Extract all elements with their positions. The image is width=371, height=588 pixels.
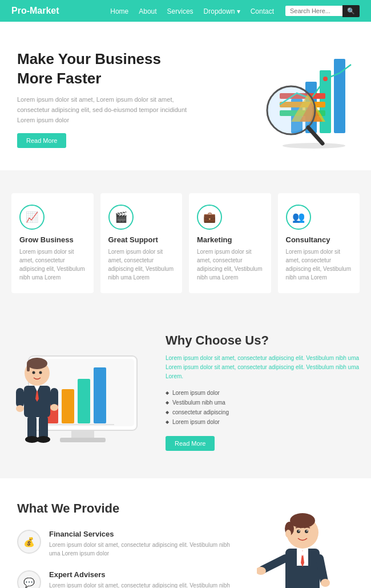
why-list-item: consectetur adipiscing	[166, 407, 360, 417]
feature-consultancy-desc: Lorem ipsum dolor sit amet, consectetur …	[286, 247, 352, 282]
svg-point-41	[290, 513, 315, 528]
feature-marketing-title: Marketing	[197, 235, 263, 244]
provide-item-financial: 💰 Financial Services Lorem ipsum dolor s…	[17, 530, 240, 558]
why-image	[11, 327, 154, 455]
svg-point-43	[285, 530, 291, 538]
provide-advisers-desc: Lorem ipsum dolor sit amet, consectetur …	[49, 581, 240, 588]
navbar: Pro-Market Home About Services Dropdown …	[0, 0, 371, 22]
search-bar: 🔍	[285, 5, 360, 17]
feature-card-grow-business: 📈 Grow Business Lorem ipsum dolor sit am…	[11, 193, 94, 293]
svg-point-45	[305, 530, 308, 533]
svg-point-25	[27, 358, 47, 369]
feature-grow-desc: Lorem ipsum dolor sit amet, consectetur …	[19, 247, 86, 282]
svg-point-44	[297, 530, 300, 533]
svg-rect-20	[62, 389, 74, 423]
svg-point-35	[50, 404, 58, 411]
nav-dropdown[interactable]: Dropdown ▾	[204, 7, 240, 15]
hero-cta-button[interactable]: Read More	[17, 133, 66, 148]
provide-financial-text: Financial Services Lorem ipsum dolor sit…	[49, 530, 240, 558]
svg-line-54	[320, 558, 324, 581]
provide-title: What We Provide	[17, 501, 240, 516]
feature-card-great-support: 🎬 Great Support Lorem ipsum dolor sit am…	[100, 193, 183, 293]
brand-logo: Pro-Market	[11, 6, 59, 16]
provide-right-image	[251, 501, 354, 588]
hero-text-block: Make Your BusinessMore Faster Lorem ipsu…	[17, 50, 188, 148]
search-input[interactable]	[285, 6, 342, 16]
grow-business-icon: 📈	[19, 205, 45, 230]
search-button[interactable]: 🔍	[342, 5, 360, 17]
svg-point-34	[16, 405, 24, 412]
hero-title: Make Your BusinessMore Faster	[17, 50, 188, 89]
svg-rect-18	[60, 438, 106, 442]
why-list-item: Lorem ipsum dolor	[166, 417, 360, 427]
hero-description: Lorem ipsum dolor sit amet, Lorem ipsum …	[17, 95, 188, 125]
svg-line-52	[263, 558, 285, 570]
features-grid: 📈 Grow Business Lorem ipsum dolor sit am…	[11, 193, 360, 293]
feature-marketing-desc: Lorem ipsum dolor sit amet, consectetur …	[197, 247, 263, 282]
nav-services[interactable]: Services	[167, 7, 193, 15]
why-list-item: Vestibulum nibh uma	[166, 398, 360, 407]
svg-rect-32	[16, 388, 24, 407]
nav-links: Home About Services Dropdown ▾ Contact	[110, 6, 274, 16]
feature-card-consultancy: 👥 Consultancy Lorem ipsum dolor sit amet…	[278, 193, 360, 293]
svg-point-46	[299, 530, 300, 531]
hero-image	[217, 47, 354, 150]
svg-point-12	[269, 89, 313, 132]
nav-contact[interactable]: Contact	[251, 7, 274, 15]
why-list: Lorem ipsum dolor Vestibulum nibh uma co…	[166, 388, 360, 427]
great-support-icon: 🎬	[108, 205, 134, 230]
provide-left: What We Provide 💰 Financial Services Lor…	[17, 501, 240, 588]
why-section: Why Choose Us? Lorem ipsum dolor sit ame…	[0, 316, 371, 478]
svg-rect-21	[78, 379, 90, 423]
why-title: Why Choose Us?	[166, 333, 360, 348]
provide-advisers-title: Expert Advisers	[49, 570, 240, 579]
svg-rect-36	[27, 416, 37, 439]
why-list-item: Lorem ipsum dolor	[166, 388, 360, 398]
feature-support-desc: Lorem ipsum dolor sit amet, consectetur …	[108, 247, 175, 282]
feature-consultancy-title: Consultancy	[286, 235, 352, 244]
why-description: Lorem ipsum dolor sit amet, consectetur …	[166, 354, 360, 381]
svg-point-8	[323, 77, 328, 81]
svg-rect-26	[27, 363, 30, 371]
why-cta-button[interactable]: Read More	[166, 436, 215, 451]
svg-point-55	[321, 579, 330, 587]
features-section: 📈 Grow Business Lorem ipsum dolor sit am…	[0, 170, 371, 316]
svg-point-39	[37, 436, 50, 443]
feature-card-marketing: 💼 Marketing Lorem ipsum dolor sit amet, …	[189, 193, 271, 293]
feature-support-title: Great Support	[108, 235, 175, 244]
why-content: Why Choose Us? Lorem ipsum dolor sit ame…	[166, 327, 360, 451]
feature-grow-title: Grow Business	[19, 235, 86, 244]
svg-point-28	[39, 371, 42, 374]
provide-section: What We Provide 💰 Financial Services Lor…	[0, 478, 371, 588]
svg-rect-17	[71, 430, 94, 438]
nav-home[interactable]: Home	[110, 7, 128, 15]
provide-financial-title: Financial Services	[49, 530, 240, 538]
provide-item-advisers: 💬 Expert Advisers Lorem ipsum dolor sit …	[17, 570, 240, 588]
consultancy-icon: 👥	[286, 205, 311, 230]
provide-advisers-text: Expert Advisers Lorem ipsum dolor sit am…	[49, 570, 240, 588]
provide-financial-desc: Lorem ipsum dolor sit amet, consectetur …	[49, 541, 240, 558]
hero-section: Make Your BusinessMore Faster Lorem ipsu…	[0, 22, 371, 170]
financial-icon: 💰	[17, 530, 41, 554]
marketing-icon: 💼	[197, 205, 222, 230]
svg-point-47	[307, 530, 308, 531]
svg-point-14	[283, 143, 345, 149]
svg-point-27	[33, 371, 35, 374]
advisers-icon: 💬	[17, 570, 41, 588]
svg-rect-37	[39, 416, 48, 439]
nav-about[interactable]: About	[139, 7, 156, 15]
svg-rect-22	[94, 367, 106, 423]
